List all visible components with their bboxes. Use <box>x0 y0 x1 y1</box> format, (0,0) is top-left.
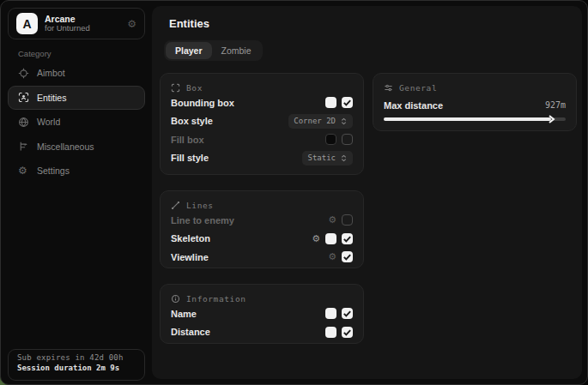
setting-row: Bounding box <box>171 93 353 112</box>
setting-label: Box style <box>171 116 213 126</box>
crosshair-icon <box>18 68 29 79</box>
checkbox[interactable] <box>342 214 353 226</box>
check-icon <box>342 251 353 262</box>
setting-row: Fill style Static <box>171 149 353 168</box>
checkbox[interactable] <box>342 97 353 108</box>
gear-icon: ⚙ <box>18 165 29 177</box>
slider-fill <box>384 117 551 121</box>
brand-card: A Arcane for Unturned ⚙ <box>8 8 145 39</box>
color-swatch[interactable] <box>325 233 336 244</box>
general-section-card: General Max distance 927m <box>373 73 577 131</box>
category-label: Category <box>18 49 52 58</box>
brand-text: Arcane for Unturned <box>45 14 90 33</box>
section-title: General <box>399 83 437 93</box>
setting-row: Line to enemy ⚙ <box>171 211 353 230</box>
sidebar-item-label: Settings <box>37 165 70 176</box>
dropdown-value: Corner 2D <box>294 117 336 125</box>
check-icon <box>342 308 353 319</box>
section-title: Information <box>186 294 246 304</box>
sidebar-item-label: Entities <box>37 93 66 103</box>
max-distance-slider[interactable] <box>384 117 566 121</box>
setting-label: Name <box>171 309 197 319</box>
diagonal-line-icon <box>171 201 180 210</box>
slider-arrow-icon[interactable] <box>548 115 556 123</box>
setting-label: Bounding box <box>171 98 234 108</box>
entity-tabs: Player Zombie <box>164 40 263 61</box>
setting-label: Distance <box>171 327 210 337</box>
setting-label: Skeleton <box>171 233 210 244</box>
globe-icon <box>18 117 29 128</box>
dropdown-value: Static <box>307 153 336 162</box>
info-icon <box>171 294 180 304</box>
section-title: Lines <box>186 201 214 210</box>
fill-style-dropdown[interactable]: Static <box>302 151 353 165</box>
gear-icon[interactable]: ⚙ <box>328 252 336 262</box>
app-subtitle: for Unturned <box>45 24 90 33</box>
checkbox[interactable] <box>342 308 353 319</box>
list-tree-icon <box>18 141 29 152</box>
setting-label: Line to enemy <box>171 215 234 226</box>
sidebar-item-label: Aimbot <box>37 68 65 78</box>
setting-row: Skeleton ⚙ <box>171 230 353 249</box>
setting-label: Viewline <box>171 252 209 262</box>
setting-row: Name <box>171 304 353 323</box>
sliders-icon <box>384 83 393 93</box>
box-section-card: Box Bounding box Box style Corner 2D <box>160 73 364 175</box>
setting-row: Max distance 927m <box>384 99 566 111</box>
session-duration-text: Session duration 2m 9s <box>17 364 136 372</box>
page-title: Entities <box>169 17 209 30</box>
sidebar-item-label: Miscellaneous <box>37 141 94 152</box>
checkbox[interactable] <box>342 327 353 338</box>
cheat-menu-window: A Arcane for Unturned ⚙ Category Aimbot <box>0 0 588 385</box>
check-icon <box>342 327 353 338</box>
sidebar-item-world[interactable]: World <box>8 110 145 134</box>
person-scan-icon <box>18 92 29 103</box>
setting-row: Fill box <box>171 130 353 149</box>
checkbox[interactable] <box>342 134 353 145</box>
tab-player[interactable]: Player <box>166 42 212 59</box>
sidebar-item-entities[interactable]: Entities <box>8 86 145 110</box>
setting-row: Distance <box>171 323 353 342</box>
sidebar-item-settings[interactable]: ⚙ Settings <box>8 159 145 183</box>
section-title: Box <box>186 83 203 93</box>
setting-label: Max distance <box>384 100 443 111</box>
main-panel: Entities Player Zombie Box Bounding box <box>152 6 582 379</box>
max-distance-setting: Max distance 927m <box>384 99 566 121</box>
setting-row: Viewline ⚙ <box>171 248 353 267</box>
information-section-header: Information <box>171 292 353 304</box>
gear-icon[interactable]: ⚙ <box>328 215 336 225</box>
sidebar-nav: Aimbot Entities World <box>8 61 145 183</box>
lines-section-header: Lines <box>171 199 353 211</box>
setting-row: Box style Corner 2D <box>171 112 353 131</box>
app-logo: A <box>16 13 38 34</box>
sidebar: A Arcane for Unturned ⚙ Category Aimbot <box>1 1 152 384</box>
check-icon <box>342 97 353 108</box>
general-section-header: General <box>384 81 566 93</box>
information-section-card: Information Name Distance <box>160 284 364 344</box>
tab-zombie[interactable]: Zombie <box>212 42 261 59</box>
checkbox[interactable] <box>342 251 353 262</box>
gear-icon[interactable]: ⚙ <box>312 234 320 244</box>
color-swatch[interactable] <box>325 327 336 338</box>
sidebar-item-miscellaneous[interactable]: Miscellaneous <box>8 135 145 159</box>
setting-label: Fill box <box>171 135 204 145</box>
slider-value: 927m <box>545 100 566 110</box>
bounding-box-icon <box>171 83 180 93</box>
box-style-dropdown[interactable]: Corner 2D <box>288 114 353 129</box>
sub-expiry-text: Sub expires in 42d 00h <box>17 353 136 362</box>
gear-icon[interactable]: ⚙ <box>127 19 136 29</box>
lines-section-card: Lines Line to enemy ⚙ Skeleton ⚙ <box>160 190 364 268</box>
sidebar-item-aimbot[interactable]: Aimbot <box>8 61 145 85</box>
sidebar-item-label: World <box>37 117 60 127</box>
chevron-up-down-icon <box>340 117 348 125</box>
box-section-header: Box <box>171 81 353 93</box>
subscription-status-card: Sub expires in 42d 00h Session duration … <box>8 349 145 381</box>
color-swatch[interactable] <box>325 308 336 319</box>
setting-label: Fill style <box>171 153 209 163</box>
check-icon <box>342 233 353 244</box>
checkbox[interactable] <box>342 233 353 244</box>
color-swatch[interactable] <box>325 134 336 145</box>
color-swatch[interactable] <box>325 97 336 108</box>
chevron-up-down-icon <box>340 154 348 162</box>
